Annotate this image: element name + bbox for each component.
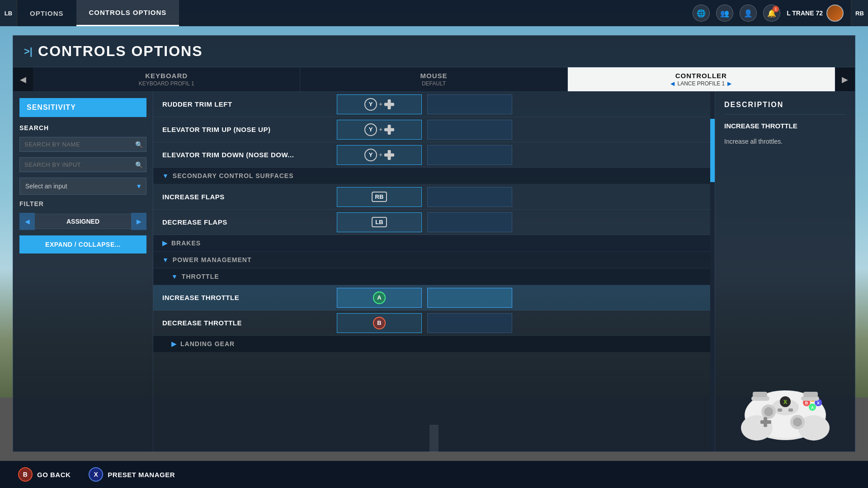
table-row[interactable]: DECREASE FLAPS LB bbox=[153, 210, 715, 235]
search-by-name-input[interactable] bbox=[19, 137, 146, 152]
filter-prev-button[interactable]: ◀ bbox=[19, 213, 35, 230]
nav-controls-button[interactable]: CONTROLS OPTIONS bbox=[76, 0, 179, 26]
table-row[interactable]: ELEVATOR TRIM UP (NOSE UP) Y + bbox=[153, 117, 715, 142]
control-alt-binding[interactable] bbox=[425, 93, 515, 116]
filter-next-button[interactable]: ▶ bbox=[131, 213, 146, 230]
section-header-throttle[interactable]: ▼ THROTTLE bbox=[153, 268, 715, 285]
section-header-landing-gear[interactable]: ▶ LANDING GEAR bbox=[153, 336, 715, 352]
profile-icon-button[interactable]: 👤 bbox=[740, 5, 757, 22]
chevron-down-icon: ▼ bbox=[162, 172, 169, 179]
alt-binding-box[interactable] bbox=[427, 145, 512, 165]
go-back-action[interactable]: B GO BACK bbox=[18, 467, 71, 482]
control-binding[interactable]: Y + bbox=[334, 143, 425, 167]
tab-keyboard[interactable]: KEYBOARD KEYBOARD PROFIL 1 bbox=[33, 67, 300, 91]
nav-options-button[interactable]: OPTIONS bbox=[17, 0, 76, 26]
alt-binding-box[interactable] bbox=[427, 120, 512, 140]
section-header-secondary[interactable]: ▼ SECONDARY CONTROL SURFACES bbox=[153, 168, 715, 184]
preset-manager-label: PRESET MANAGER bbox=[108, 471, 175, 479]
section-header-label: POWER MANAGEMENT bbox=[173, 256, 252, 263]
plus-separator: + bbox=[379, 101, 382, 108]
b-button-icon: B bbox=[373, 317, 386, 329]
main-panel: >| CONTROLS OPTIONS ◀ KEYBOARD KEYBOARD … bbox=[13, 35, 855, 452]
controller-profile-next[interactable]: ▶ bbox=[727, 80, 731, 87]
controller-profile-name: LANCE PROFILE 1 bbox=[677, 80, 725, 87]
plus-separator: + bbox=[379, 151, 382, 158]
svg-text:B: B bbox=[805, 401, 808, 405]
section-header-power[interactable]: ▼ POWER MANAGEMENT bbox=[153, 252, 715, 268]
alt-binding-box[interactable] bbox=[427, 94, 512, 114]
controls-scroll[interactable]: RUDDER TRIM LEFT Y + bbox=[153, 92, 715, 451]
page-title: CONTROLS OPTIONS bbox=[38, 43, 203, 60]
controller-profile-prev[interactable]: ◀ bbox=[670, 80, 675, 87]
tab-left-arrow[interactable]: ◀ bbox=[13, 67, 33, 91]
control-alt-binding[interactable] bbox=[425, 311, 515, 335]
tab-controller[interactable]: CONTROLLER ◀ LANCE PROFILE 1 ▶ bbox=[568, 67, 835, 91]
notification-badge: 1 bbox=[773, 6, 779, 12]
scrollbar-thumb[interactable] bbox=[710, 119, 715, 182]
binding-box[interactable]: Y + bbox=[337, 145, 422, 165]
search-by-input-wrap: 🔍 bbox=[19, 157, 146, 172]
notification-icon-button[interactable]: 🔔 1 bbox=[763, 5, 780, 22]
lb-button-icon: LB bbox=[372, 217, 387, 227]
control-name: INCREASE FLAPS bbox=[153, 193, 334, 201]
tab-mouse[interactable]: MOUSE DEFAULT bbox=[300, 67, 567, 91]
svg-rect-26 bbox=[788, 408, 793, 412]
binding-box[interactable]: RB bbox=[337, 187, 422, 207]
table-row[interactable]: RUDDER TRIM LEFT Y + bbox=[153, 92, 715, 117]
svg-rect-25 bbox=[778, 408, 782, 412]
tab-right-arrow[interactable]: ▶ bbox=[835, 67, 855, 91]
control-binding[interactable]: LB bbox=[334, 211, 425, 234]
alt-binding-box[interactable] bbox=[427, 313, 512, 333]
table-row[interactable]: INCREASE FLAPS RB bbox=[153, 184, 715, 210]
sensitivity-button[interactable]: SENSITIVITY bbox=[19, 98, 146, 117]
search-input-icon: 🔍 bbox=[135, 161, 143, 169]
alt-binding-box[interactable] bbox=[427, 212, 512, 232]
binding-box[interactable]: LB bbox=[337, 212, 422, 232]
go-back-label: GO BACK bbox=[37, 471, 71, 479]
control-alt-binding[interactable] bbox=[425, 211, 515, 234]
control-binding[interactable]: A bbox=[334, 286, 425, 310]
control-binding[interactable]: RB bbox=[334, 185, 425, 209]
panel-body: SENSITIVITY SEARCH 🔍 🔍 Select an input ▼ bbox=[13, 92, 855, 451]
table-row[interactable]: DECREASE THROTTLE B bbox=[153, 310, 715, 336]
x-button-preset: X bbox=[89, 467, 103, 482]
binding-box[interactable]: Y + bbox=[337, 94, 422, 114]
main-content: >| CONTROLS OPTIONS ◀ KEYBOARD KEYBOARD … bbox=[0, 26, 868, 461]
top-bar-left: LB OPTIONS CONTROLS OPTIONS bbox=[0, 0, 179, 26]
y-button-icon: Y bbox=[364, 123, 377, 136]
filter-label: FILTER bbox=[19, 200, 146, 207]
community-icon-button[interactable]: 👥 bbox=[716, 5, 733, 22]
select-input-wrap: Select an input ▼ bbox=[19, 178, 146, 195]
tab-keyboard-label: KEYBOARD bbox=[145, 72, 188, 80]
section-header-label: LANDING GEAR bbox=[180, 340, 235, 347]
table-row[interactable]: ELEVATOR TRIM DOWN (NOSE DOW... Y + bbox=[153, 142, 715, 168]
alt-binding-box[interactable] bbox=[427, 187, 512, 207]
section-header-brakes[interactable]: ▶ BRAKES bbox=[153, 235, 715, 252]
control-alt-binding[interactable] bbox=[425, 118, 515, 141]
tab-mouse-sub: DEFAULT bbox=[422, 80, 446, 87]
section-header-label: THROTTLE bbox=[182, 273, 219, 280]
globe-icon-button[interactable]: 🌐 bbox=[693, 5, 710, 22]
binding-box[interactable]: Y + bbox=[337, 120, 422, 140]
binding-box[interactable]: A bbox=[337, 288, 422, 308]
control-alt-binding[interactable] bbox=[425, 286, 515, 310]
control-alt-binding[interactable] bbox=[425, 143, 515, 167]
table-row[interactable]: INCREASE THROTTLE A bbox=[153, 285, 715, 310]
control-alt-binding[interactable] bbox=[425, 185, 515, 209]
control-binding[interactable]: Y + bbox=[334, 118, 425, 141]
select-input-dropdown[interactable]: Select an input bbox=[19, 178, 146, 195]
control-binding[interactable]: Y + bbox=[334, 93, 425, 116]
binding-box[interactable]: B bbox=[337, 313, 422, 333]
user-avatar bbox=[826, 5, 844, 22]
scrollbar-track[interactable] bbox=[710, 92, 715, 451]
expand-collapse-button[interactable]: EXPAND / COLLAPSE... bbox=[19, 235, 146, 253]
a-button-icon: A bbox=[373, 291, 386, 304]
search-by-input-input[interactable] bbox=[19, 157, 146, 172]
right-panel: DESCRIPTION INCREASE THROTTLE Increase a… bbox=[715, 92, 855, 451]
preset-manager-action[interactable]: X PRESET MANAGER bbox=[89, 467, 175, 482]
dpad-icon bbox=[384, 99, 394, 109]
rb-button[interactable]: RB bbox=[851, 0, 868, 26]
control-binding[interactable]: B bbox=[334, 311, 425, 335]
alt-binding-box[interactable] bbox=[427, 288, 512, 308]
lb-button[interactable]: LB bbox=[0, 0, 17, 26]
